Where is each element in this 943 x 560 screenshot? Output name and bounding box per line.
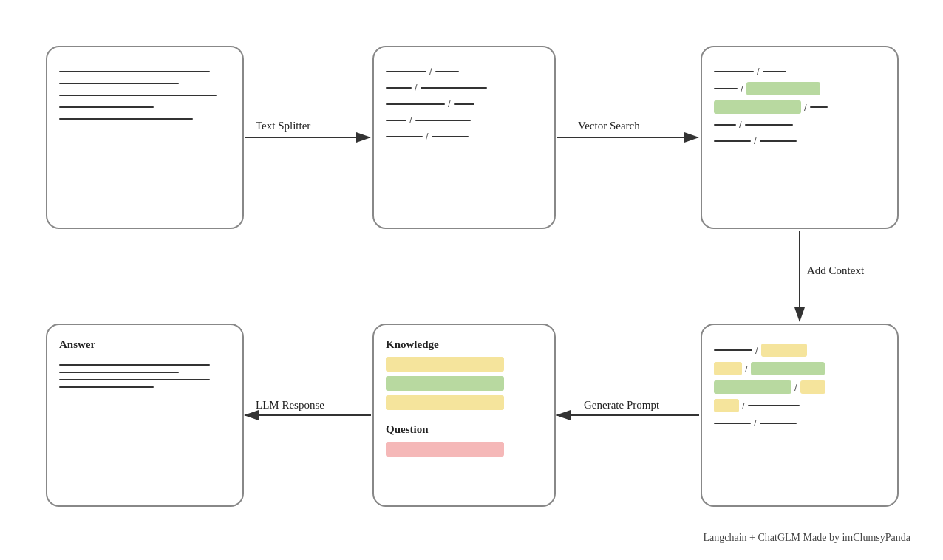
answer-line-1	[59, 364, 210, 366]
knowledge-card: Knowledge Question	[372, 324, 556, 507]
vs-row-2: /	[714, 82, 885, 95]
ctx-row-2: /	[714, 362, 885, 375]
ctx-row-4: /	[714, 399, 885, 412]
answer-line-4	[59, 386, 154, 388]
document-card	[46, 46, 244, 229]
doc-line-5	[59, 118, 193, 120]
split-row-3: /	[386, 98, 542, 109]
split-row-5: /	[386, 131, 542, 142]
add-context-label: Add Context	[807, 264, 864, 277]
doc-line-1	[59, 71, 210, 72]
generate-prompt-label: Generate Prompt	[584, 399, 659, 412]
vs-row-4: /	[714, 119, 885, 130]
knowledge-label: Knowledge	[386, 338, 542, 351]
question-block	[386, 442, 504, 457]
answer-line-3	[59, 379, 210, 380]
question-label: Question	[386, 423, 542, 436]
doc-line-2	[59, 83, 179, 84]
text-splitter-label: Text Splitter	[256, 120, 310, 132]
ctx-row-5: /	[714, 417, 885, 428]
answer-line-2	[59, 372, 179, 373]
answer-label: Answer	[59, 338, 231, 351]
vector-search-card: / / / / /	[701, 46, 899, 229]
ctx-row-1: /	[714, 344, 885, 357]
footer-text: Langchain + ChatGLM Made by imClumsyPand…	[704, 532, 910, 544]
knowledge-block-2	[386, 376, 504, 391]
doc-line-4	[59, 106, 154, 108]
vs-row-3: /	[714, 100, 885, 114]
llm-response-label: LLM Response	[256, 399, 324, 412]
context-card: / / / / /	[701, 324, 899, 507]
doc-line-3	[59, 95, 217, 96]
knowledge-block-1	[386, 357, 504, 372]
vector-search-label: Vector Search	[578, 120, 640, 132]
split-row-4: /	[386, 115, 542, 126]
vs-row-5: /	[714, 135, 885, 146]
knowledge-block-3	[386, 395, 504, 410]
split-row-1: /	[386, 66, 542, 77]
vs-row-1: /	[714, 66, 885, 77]
split-row-2: /	[386, 82, 542, 93]
ctx-row-3: /	[714, 380, 885, 394]
split-chunks-card: / / / / /	[372, 46, 556, 229]
answer-card: Answer	[46, 324, 244, 507]
